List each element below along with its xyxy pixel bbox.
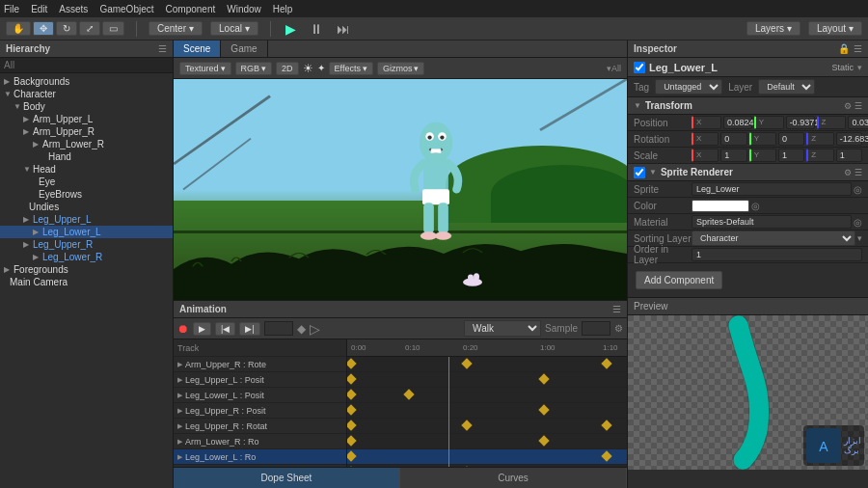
add-event-btn[interactable]: ▷ [310,321,320,337]
track-leg-lower-l-pos[interactable]: ▶ Leg_Lower_L : Posit [174,388,346,403]
keyframe[interactable] [601,420,611,430]
2d-toggle[interactable]: 2D [276,62,299,75]
anim-prev-frame[interactable]: |◀ [215,322,235,336]
add-component-button[interactable]: Add Component [636,271,722,289]
sprite-settings-icon[interactable]: ⚙ ☰ [844,168,862,177]
scale-y-value[interactable]: 1 [778,149,804,162]
sprite-renderer-checkbox[interactable] [634,167,645,178]
scene-viewport[interactable] [174,79,627,300]
keyframe[interactable] [461,420,472,430]
sorting-layer-select[interactable]: Character [692,230,855,246]
track-leg-upper-l-pos[interactable]: ▶ Leg_Upper_L : Posit [174,372,346,388]
center-dropdown[interactable]: Center▾ [149,21,203,36]
record-button[interactable]: ⏺ [177,322,189,336]
tree-head[interactable]: ▼ Head [0,163,173,176]
menu-assets[interactable]: Assets [59,4,88,14]
tree-body[interactable]: ▼ Body [0,100,173,113]
tree-undies[interactable]: Undies [0,201,173,213]
tree-foregrounds[interactable]: ▶ Foregrounds [0,263,173,276]
rot-y-value[interactable]: 0 [778,132,804,146]
tree-character[interactable]: ▼ Character [0,88,173,100]
inspector-options[interactable]: ☰ [854,43,862,54]
sprite-value[interactable]: Leg_Lower [692,182,852,196]
track-arm-upper-r[interactable]: ▶ Arm_Upper_R : Rote [174,357,346,372]
menu-window[interactable]: Window [227,4,261,14]
keyframe[interactable] [538,435,549,446]
textured-dropdown[interactable]: Textured▾ [179,62,231,75]
keyframe[interactable] [538,373,549,384]
sprite-picker-icon[interactable]: ◎ [854,184,862,195]
rot-z-value[interactable]: -12.68304 [836,132,862,146]
dope-sheet-btn[interactable]: Dope Sheet [174,468,400,488]
order-value[interactable]: 1 [692,248,862,261]
sorting-dropdown-icon[interactable]: ▾ [857,233,862,243]
keyframe[interactable] [601,358,611,368]
tree-arm-upper-l[interactable]: ▶ Arm_Upper_L [0,113,173,125]
keyframe[interactable] [347,466,357,467]
rgb-dropdown[interactable]: RGB▾ [235,62,273,75]
material-value[interactable]: Sprites-Default [692,215,852,229]
hierarchy-options[interactable]: ☰ [158,43,167,54]
track-arm-lower-r[interactable]: ▶ Arm_Lower_R : Ro [174,434,346,449]
sample-input[interactable]: 30 [582,321,610,336]
static-dropdown-icon[interactable]: ▾ [857,63,862,72]
menu-component[interactable]: Component [166,4,216,14]
keyframe[interactable] [461,466,472,467]
frame-input[interactable]: 36 [264,321,293,336]
step-button[interactable]: ⏭ [334,21,353,37]
anim-menu-icon[interactable]: ⚙ [614,323,623,334]
keyframe[interactable] [347,373,357,384]
anim-next-frame[interactable]: ▶| [239,322,259,336]
layer-select[interactable]: Default [758,79,815,95]
menu-file[interactable]: File [4,4,19,14]
pause-button[interactable]: ⏸ [307,21,326,37]
pos-y-value[interactable]: -0.937194 [786,116,815,129]
track-leg-upper-r-rot[interactable]: ▶ Leg_Upper_R : Rotat [174,419,346,434]
keyframe[interactable] [403,389,414,399]
tree-leg-lower-r[interactable]: ▶ Leg_Lower_R [0,251,173,263]
color-picker-icon[interactable]: ◎ [751,201,760,211]
track-leg-upper-r-pos[interactable]: ▶ Leg_Upper_R : Posit [174,403,346,419]
effects-dropdown[interactable]: Effects▾ [329,62,373,75]
pos-z-value[interactable]: 0.038865 [848,116,868,129]
tree-hand[interactable]: Hand [0,150,173,163]
transform-section-header[interactable]: ▼ Transform ⚙ ☰ [628,97,868,115]
menu-gameobject[interactable]: GameObject [99,4,153,14]
layers-dropdown[interactable]: Layers▾ [746,21,800,36]
tree-arm-upper-r[interactable]: ▶ Arm_Upper_R [0,125,173,138]
hand-tool[interactable]: ✋ [6,21,31,36]
menu-help[interactable]: Help [273,4,293,14]
transform-options[interactable]: ⚙ ☰ [844,101,862,111]
rect-tool[interactable]: ▭ [102,21,124,36]
keyframe[interactable] [538,404,549,415]
tree-eye[interactable]: Eye [0,176,173,188]
scale-x-value[interactable]: 1 [720,149,746,162]
scale-tool[interactable]: ⤢ [79,21,100,36]
sprite-renderer-header[interactable]: ▼ Sprite Renderer ⚙ ☰ [628,164,868,181]
clip-select[interactable]: Walk Idle [464,320,541,337]
tab-scene[interactable]: Scene [174,41,221,57]
anim-options[interactable]: ☰ [612,304,621,314]
tree-arm-lower-r[interactable]: ▶ Arm_Lower_R [0,138,173,150]
tree-leg-upper-l[interactable]: ▶ Leg_Upper_L [0,213,173,226]
effects-icon[interactable]: ✦ [317,63,325,73]
tag-select[interactable]: Untagged [655,79,722,95]
curves-btn[interactable]: Curves [400,468,627,488]
move-tool[interactable]: ✥ [33,21,54,36]
gizmos-dropdown[interactable]: Gizmos▾ [377,62,425,75]
local-dropdown[interactable]: Local▾ [210,21,258,36]
rot-x-value[interactable]: 0 [720,132,746,146]
hierarchy-search[interactable] [0,58,173,73]
tree-leg-lower-l[interactable]: ▶ Leg_Lower_L [0,226,173,238]
object-active-checkbox[interactable] [634,62,645,73]
tab-game[interactable]: Game [221,41,267,57]
keyframe[interactable] [347,404,357,415]
inspector-lock-icon[interactable]: 🔒 [838,43,850,54]
keyframe[interactable] [347,420,357,430]
anim-play-button[interactable]: ▶ [193,322,211,336]
keyframe[interactable] [347,389,357,399]
menu-edit[interactable]: Edit [31,4,47,14]
play-button[interactable]: ▶ [283,21,299,37]
scale-z-value[interactable]: 1 [836,149,862,162]
tree-main-camera[interactable]: Main Camera [0,276,173,288]
